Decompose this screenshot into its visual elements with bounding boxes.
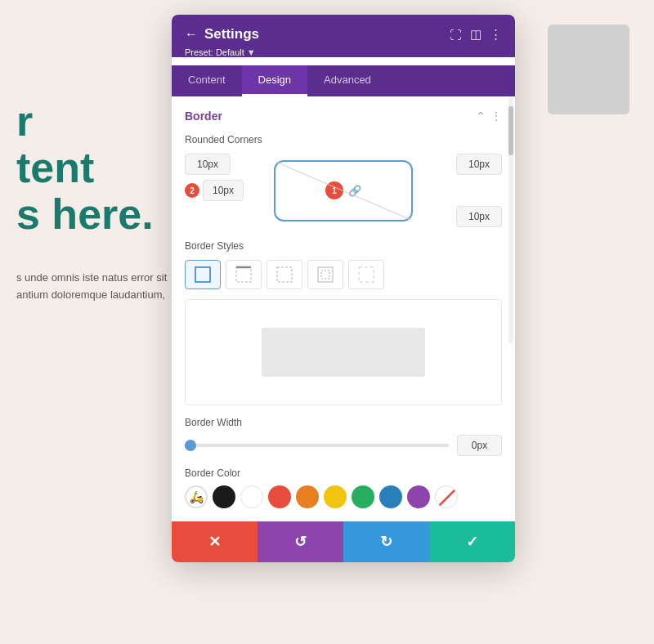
- color-yellow[interactable]: [324, 485, 347, 508]
- svg-rect-1: [195, 267, 210, 282]
- border-width-track: [185, 444, 449, 447]
- svg-rect-5: [318, 267, 333, 282]
- dashed-top-icon: [235, 266, 253, 284]
- more-icon[interactable]: ⋮: [490, 27, 502, 42]
- color-green[interactable]: [352, 485, 374, 508]
- tab-content[interactable]: Content: [172, 65, 242, 96]
- color-red[interactable]: [268, 485, 291, 508]
- color-black[interactable]: [213, 485, 235, 508]
- svg-line-8: [437, 488, 457, 508]
- badge-1: 1: [325, 181, 343, 199]
- header-icons: ⛶ ◫ ⋮: [450, 27, 502, 42]
- border-width-label: Border Width: [185, 417, 502, 428]
- corner-preview-container: 1 🔗: [239, 160, 448, 221]
- color-none[interactable]: [435, 485, 458, 508]
- border-styles-row: [185, 260, 502, 289]
- collapse-icon[interactable]: ⌃: [476, 110, 486, 123]
- fullscreen-icon[interactable]: ⛶: [450, 28, 462, 42]
- back-arrow-icon[interactable]: ←: [185, 27, 198, 42]
- panel-header: ← Settings ⛶ ◫ ⋮ Preset: Default ▼: [172, 15, 515, 57]
- preset-label[interactable]: Preset: Default ▼: [185, 47, 502, 57]
- corner-tr-input[interactable]: [456, 154, 502, 175]
- solid-border-icon: [194, 266, 212, 284]
- corner-tl-input[interactable]: [185, 154, 231, 175]
- svg-rect-2: [236, 267, 251, 282]
- tab-design[interactable]: Design: [242, 65, 307, 96]
- layout-icon[interactable]: ◫: [470, 27, 482, 42]
- color-swatches: 🛵: [185, 485, 502, 508]
- background-text: r tent s here.: [16, 98, 154, 239]
- border-color-label: Border Color: [185, 467, 502, 479]
- eyedropper-icon: 🛵: [190, 490, 204, 503]
- link-icon: 🔗: [348, 185, 361, 197]
- panel-body: Border ⌃ ⋮ Rounded Corners 1 🔗: [172, 96, 515, 521]
- tab-advanced[interactable]: Advanced: [307, 65, 387, 96]
- bg-line-2: tent: [16, 145, 154, 191]
- section-controls: ⌃ ⋮: [476, 110, 502, 123]
- svg-rect-4: [277, 267, 292, 282]
- section-header: Border ⌃ ⋮: [185, 110, 502, 123]
- background-subtext: s unde omnis iste natus error sit antium…: [16, 270, 172, 304]
- scrollbar-track: [508, 98, 513, 343]
- border-style-outer[interactable]: [307, 260, 343, 289]
- corners-grid: 1 🔗 2: [185, 154, 502, 227]
- border-width-value[interactable]: [457, 435, 502, 456]
- border-style-dashed-top[interactable]: [226, 260, 262, 289]
- border-style-dashed[interactable]: [267, 260, 302, 289]
- save-button[interactable]: ✓: [429, 521, 515, 562]
- border-preview-box: [185, 299, 502, 405]
- bg-line-1: r: [16, 98, 154, 145]
- border-width-slider-row: [185, 435, 502, 456]
- color-purple[interactable]: [407, 485, 430, 508]
- no-border-icon: [357, 266, 375, 284]
- cancel-button[interactable]: ✕: [172, 521, 258, 562]
- corner-bl-wrapper: 2: [185, 180, 234, 201]
- redo-button[interactable]: ↻: [343, 521, 429, 562]
- section-title: Border: [185, 110, 222, 123]
- no-color-icon: [436, 486, 458, 508]
- dashed-icon: [275, 266, 293, 284]
- border-style-solid[interactable]: [185, 260, 221, 289]
- header-left: ← Settings: [185, 26, 259, 42]
- rounded-corners-label: Rounded Corners: [185, 134, 502, 145]
- corner-br-input[interactable]: [456, 206, 502, 227]
- settings-panel: ← Settings ⛶ ◫ ⋮ Preset: Default ▼ Conte…: [172, 15, 515, 562]
- panel-header-top: ← Settings ⛶ ◫ ⋮: [185, 26, 502, 42]
- color-blue[interactable]: [379, 485, 402, 508]
- color-white[interactable]: [240, 485, 263, 508]
- corner-bl-input[interactable]: [203, 180, 244, 201]
- panel-title: Settings: [204, 26, 259, 42]
- outer-border-icon: [316, 266, 334, 284]
- undo-button[interactable]: ↺: [258, 521, 343, 562]
- svg-rect-6: [321, 271, 329, 279]
- decorative-gray-box: [548, 25, 629, 114]
- border-styles-label: Border Styles: [185, 240, 502, 252]
- corner-preview-box: 1 🔗: [274, 160, 413, 221]
- badge-2: 2: [185, 183, 199, 198]
- section-more-icon[interactable]: ⋮: [490, 110, 502, 123]
- eyedropper-button[interactable]: 🛵: [185, 485, 208, 508]
- preview-inner-placeholder: [262, 328, 425, 377]
- color-orange[interactable]: [296, 485, 319, 508]
- scrollbar-thumb[interactable]: [508, 106, 513, 155]
- svg-rect-7: [359, 267, 374, 282]
- border-style-none[interactable]: [348, 260, 384, 289]
- border-width-thumb[interactable]: [185, 440, 196, 451]
- bottom-toolbar: ✕ ↺ ↻ ✓: [172, 521, 515, 562]
- corner-preview-inner: 1 🔗: [325, 181, 361, 199]
- tabs-bar: Content Design Advanced: [172, 65, 515, 96]
- bg-line-3: s here.: [16, 191, 154, 238]
